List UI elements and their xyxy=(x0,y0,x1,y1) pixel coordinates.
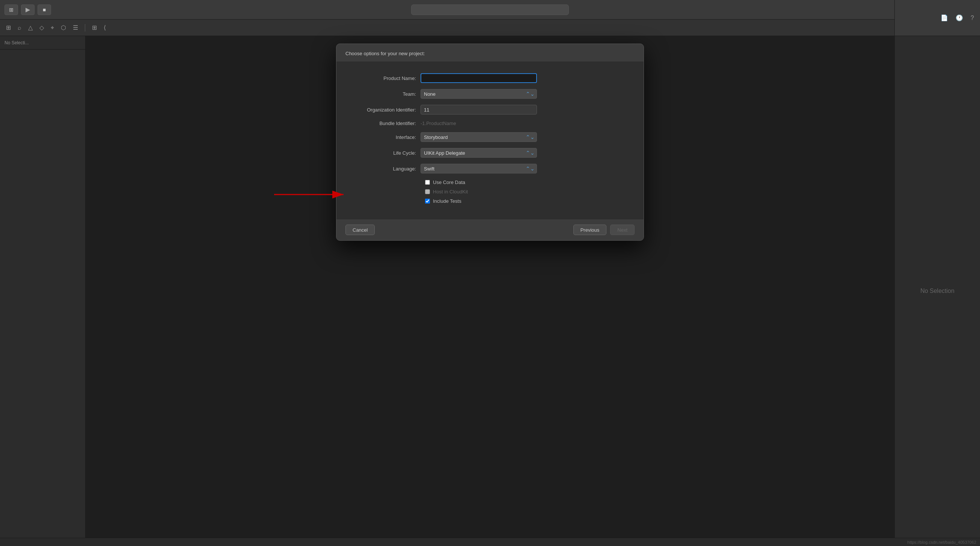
right-panel: 📄 🕐 ? No Selection xyxy=(894,0,980,546)
pin-icon[interactable]: ⌖ xyxy=(49,23,56,33)
use-core-data-label[interactable]: Use Core Data xyxy=(433,180,465,185)
interface-control: Storyboard SwiftUI ⌃⌄ xyxy=(420,132,537,142)
dialog-header: Choose options for your new project: xyxy=(336,44,644,62)
language-label: Language: xyxy=(345,166,420,172)
lifecycle-select[interactable]: UIKit App Delegate SwiftUI App xyxy=(420,148,537,158)
warning-icon[interactable]: △ xyxy=(27,22,34,33)
help-icon[interactable]: ? xyxy=(969,13,975,23)
org-identifier-control xyxy=(420,105,537,115)
right-panel-toolbar: 📄 🕐 ? xyxy=(895,0,980,36)
team-select[interactable]: None xyxy=(420,89,537,99)
include-tests-row: Include Tests xyxy=(345,198,635,204)
product-name-control xyxy=(420,73,537,83)
org-identifier-row: Organization Identifier: xyxy=(345,105,635,115)
collapse-icon[interactable]: ⟨ xyxy=(102,22,107,33)
language-select[interactable]: Swift Objective-C xyxy=(420,164,537,174)
org-identifier-input[interactable] xyxy=(420,105,537,115)
cancel-button[interactable]: Cancel xyxy=(345,224,375,235)
team-select-wrapper: None ⌃⌄ xyxy=(420,89,537,99)
hierarchy-icon[interactable]: ⊞ xyxy=(5,22,13,33)
bundle-identifier-control: -1.ProductName xyxy=(420,121,537,126)
search-icon[interactable]: ⌕ xyxy=(16,23,23,33)
use-core-data-row: Use Core Data xyxy=(345,180,635,185)
no-selection-label: No Selection xyxy=(920,288,955,294)
list-icon[interactable]: ☰ xyxy=(72,22,80,33)
sidebar-toggle-icon: ⊞ xyxy=(9,7,14,13)
red-arrow-annotation xyxy=(270,185,353,204)
include-tests-checkbox[interactable] xyxy=(425,199,430,204)
bundle-identifier-label: Bundle Identifier: xyxy=(345,121,420,126)
bundle-identifier-value: -1.ProductName xyxy=(420,121,456,126)
product-name-input[interactable] xyxy=(420,73,537,83)
include-tests-label[interactable]: Include Tests xyxy=(433,198,461,204)
lifecycle-label: Life Cycle: xyxy=(345,150,420,156)
left-sidebar: No Selecti... xyxy=(0,36,86,546)
team-row: Team: None ⌃⌄ xyxy=(345,89,635,99)
lifecycle-select-wrapper: UIKit App Delegate SwiftUI App ⌃⌄ xyxy=(420,148,537,158)
dialog-body: Product Name: Team: None ⌃⌄ xyxy=(336,62,644,219)
bookmark-icon[interactable]: ◇ xyxy=(38,22,45,33)
toolbar-divider xyxy=(85,24,85,32)
lifecycle-control: UIKit App Delegate SwiftUI App ⌃⌄ xyxy=(420,148,537,158)
second-toolbar: ⊞ ⌕ △ ◇ ⌖ ⬡ ☰ ⊞ ⟨ xyxy=(0,19,980,36)
dialog-footer: Cancel Previous Next xyxy=(336,219,644,240)
product-name-row: Product Name: xyxy=(345,73,635,83)
stop-button[interactable]: ■ xyxy=(38,5,51,15)
stop-icon: ■ xyxy=(43,7,46,13)
new-project-dialog: Choose options for your new project: Pro… xyxy=(336,43,644,241)
use-core-data-checkbox[interactable] xyxy=(425,180,430,185)
sidebar-no-selection: No Selecti... xyxy=(5,40,29,45)
file-icon[interactable]: 📄 xyxy=(939,13,950,23)
interface-label: Interface: xyxy=(345,134,420,140)
tag-icon[interactable]: ⬡ xyxy=(59,22,68,33)
interface-select[interactable]: Storyboard SwiftUI xyxy=(420,132,537,142)
top-toolbar: ⊞ ▶ ■ ＋ ↵ ⊡ xyxy=(0,0,980,19)
next-button[interactable]: Next xyxy=(610,224,635,235)
host-in-cloudkit-row: Host in CloudKit xyxy=(345,189,635,194)
product-name-label: Product Name: xyxy=(345,75,420,81)
scheme-selector[interactable] xyxy=(411,5,569,15)
bundle-identifier-row: Bundle Identifier: -1.ProductName xyxy=(345,121,635,126)
language-select-wrapper: Swift Objective-C ⌃⌄ xyxy=(420,164,537,174)
grid-icon[interactable]: ⊞ xyxy=(91,22,99,33)
lifecycle-row: Life Cycle: UIKit App Delegate SwiftUI A… xyxy=(345,148,635,158)
dialog-overlay: Choose options for your new project: Pro… xyxy=(86,36,894,546)
footer-right-buttons: Previous Next xyxy=(573,224,635,235)
previous-button[interactable]: Previous xyxy=(573,224,607,235)
host-in-cloudkit-checkbox xyxy=(425,189,430,194)
interface-select-wrapper: Storyboard SwiftUI ⌃⌄ xyxy=(420,132,537,142)
org-identifier-label: Organization Identifier: xyxy=(345,107,420,113)
sidebar-toggle-button[interactable]: ⊞ xyxy=(5,5,18,15)
play-button[interactable]: ▶ xyxy=(21,5,35,15)
interface-row: Interface: Storyboard SwiftUI ⌃⌄ xyxy=(345,132,635,142)
clock-icon[interactable]: 🕐 xyxy=(954,13,965,23)
sidebar-header: No Selecti... xyxy=(0,36,85,49)
dialog-title: Choose options for your new project: xyxy=(345,51,425,56)
host-in-cloudkit-label: Host in CloudKit xyxy=(433,189,468,194)
toolbar-center xyxy=(54,5,926,15)
team-label: Team: xyxy=(345,91,420,97)
language-row: Language: Swift Objective-C ⌃⌄ xyxy=(345,164,635,174)
language-control: Swift Objective-C ⌃⌄ xyxy=(420,164,537,174)
play-icon: ▶ xyxy=(25,6,30,13)
status-url: https://blog.csdn.net/baidu_40537062 xyxy=(908,540,976,544)
team-control: None ⌃⌄ xyxy=(420,89,537,99)
right-panel-content: No Selection xyxy=(895,36,980,546)
